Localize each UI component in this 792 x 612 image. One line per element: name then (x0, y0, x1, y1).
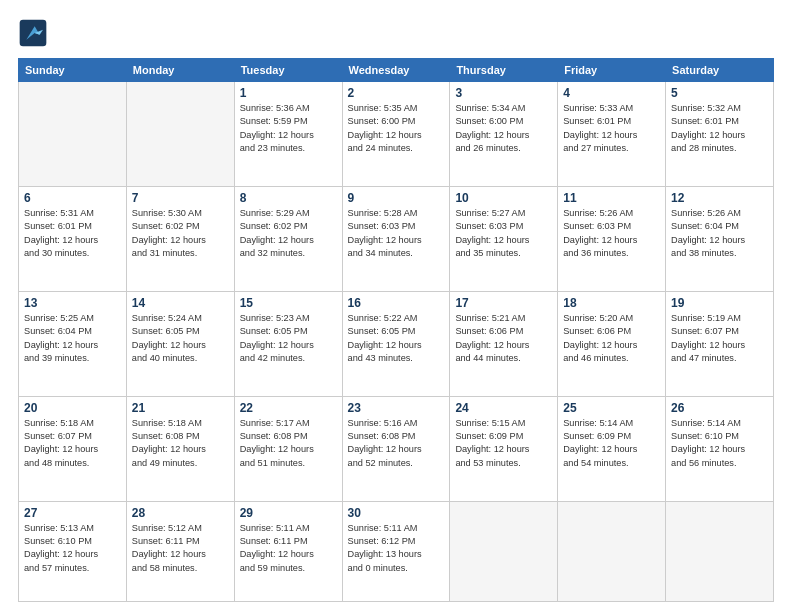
calendar-cell (126, 82, 234, 187)
day-number: 28 (132, 506, 229, 520)
day-info: Sunrise: 5:23 AMSunset: 6:05 PMDaylight:… (240, 312, 337, 365)
day-info: Sunrise: 5:18 AMSunset: 6:08 PMDaylight:… (132, 417, 229, 470)
day-number: 12 (671, 191, 768, 205)
calendar-cell: 26Sunrise: 5:14 AMSunset: 6:10 PMDayligh… (666, 396, 774, 501)
day-number: 26 (671, 401, 768, 415)
day-number: 30 (348, 506, 445, 520)
day-info: Sunrise: 5:20 AMSunset: 6:06 PMDaylight:… (563, 312, 660, 365)
day-info: Sunrise: 5:17 AMSunset: 6:08 PMDaylight:… (240, 417, 337, 470)
calendar-cell: 6Sunrise: 5:31 AMSunset: 6:01 PMDaylight… (19, 186, 127, 291)
day-number: 7 (132, 191, 229, 205)
calendar-cell: 2Sunrise: 5:35 AMSunset: 6:00 PMDaylight… (342, 82, 450, 187)
day-number: 18 (563, 296, 660, 310)
calendar-body: 1Sunrise: 5:36 AMSunset: 5:59 PMDaylight… (19, 82, 774, 602)
calendar-cell: 14Sunrise: 5:24 AMSunset: 6:05 PMDayligh… (126, 291, 234, 396)
day-info: Sunrise: 5:31 AMSunset: 6:01 PMDaylight:… (24, 207, 121, 260)
day-info: Sunrise: 5:19 AMSunset: 6:07 PMDaylight:… (671, 312, 768, 365)
day-number: 6 (24, 191, 121, 205)
day-number: 25 (563, 401, 660, 415)
weekday-header: SundayMondayTuesdayWednesdayThursdayFrid… (19, 59, 774, 82)
weekday-header-friday: Friday (558, 59, 666, 82)
calendar-cell: 17Sunrise: 5:21 AMSunset: 6:06 PMDayligh… (450, 291, 558, 396)
day-number: 3 (455, 86, 552, 100)
day-info: Sunrise: 5:18 AMSunset: 6:07 PMDaylight:… (24, 417, 121, 470)
day-info: Sunrise: 5:26 AMSunset: 6:04 PMDaylight:… (671, 207, 768, 260)
calendar: SundayMondayTuesdayWednesdayThursdayFrid… (18, 58, 774, 602)
calendar-week-0: 1Sunrise: 5:36 AMSunset: 5:59 PMDaylight… (19, 82, 774, 187)
weekday-header-sunday: Sunday (19, 59, 127, 82)
calendar-cell (558, 501, 666, 601)
calendar-week-1: 6Sunrise: 5:31 AMSunset: 6:01 PMDaylight… (19, 186, 774, 291)
calendar-cell: 12Sunrise: 5:26 AMSunset: 6:04 PMDayligh… (666, 186, 774, 291)
day-number: 11 (563, 191, 660, 205)
day-number: 21 (132, 401, 229, 415)
calendar-cell: 15Sunrise: 5:23 AMSunset: 6:05 PMDayligh… (234, 291, 342, 396)
page: SundayMondayTuesdayWednesdayThursdayFrid… (0, 0, 792, 612)
calendar-cell: 24Sunrise: 5:15 AMSunset: 6:09 PMDayligh… (450, 396, 558, 501)
calendar-cell: 22Sunrise: 5:17 AMSunset: 6:08 PMDayligh… (234, 396, 342, 501)
calendar-cell: 27Sunrise: 5:13 AMSunset: 6:10 PMDayligh… (19, 501, 127, 601)
calendar-cell: 11Sunrise: 5:26 AMSunset: 6:03 PMDayligh… (558, 186, 666, 291)
day-number: 29 (240, 506, 337, 520)
day-info: Sunrise: 5:21 AMSunset: 6:06 PMDaylight:… (455, 312, 552, 365)
day-number: 4 (563, 86, 660, 100)
calendar-cell: 29Sunrise: 5:11 AMSunset: 6:11 PMDayligh… (234, 501, 342, 601)
calendar-cell: 4Sunrise: 5:33 AMSunset: 6:01 PMDaylight… (558, 82, 666, 187)
day-number: 22 (240, 401, 337, 415)
day-number: 2 (348, 86, 445, 100)
day-number: 5 (671, 86, 768, 100)
day-number: 8 (240, 191, 337, 205)
day-info: Sunrise: 5:32 AMSunset: 6:01 PMDaylight:… (671, 102, 768, 155)
logo (18, 18, 52, 48)
day-info: Sunrise: 5:11 AMSunset: 6:11 PMDaylight:… (240, 522, 337, 575)
day-number: 1 (240, 86, 337, 100)
calendar-cell: 8Sunrise: 5:29 AMSunset: 6:02 PMDaylight… (234, 186, 342, 291)
day-info: Sunrise: 5:28 AMSunset: 6:03 PMDaylight:… (348, 207, 445, 260)
calendar-cell (666, 501, 774, 601)
day-info: Sunrise: 5:29 AMSunset: 6:02 PMDaylight:… (240, 207, 337, 260)
day-number: 27 (24, 506, 121, 520)
calendar-cell: 1Sunrise: 5:36 AMSunset: 5:59 PMDaylight… (234, 82, 342, 187)
calendar-cell (450, 501, 558, 601)
calendar-cell: 28Sunrise: 5:12 AMSunset: 6:11 PMDayligh… (126, 501, 234, 601)
calendar-cell: 30Sunrise: 5:11 AMSunset: 6:12 PMDayligh… (342, 501, 450, 601)
calendar-cell: 18Sunrise: 5:20 AMSunset: 6:06 PMDayligh… (558, 291, 666, 396)
calendar-cell: 16Sunrise: 5:22 AMSunset: 6:05 PMDayligh… (342, 291, 450, 396)
calendar-cell: 25Sunrise: 5:14 AMSunset: 6:09 PMDayligh… (558, 396, 666, 501)
calendar-cell: 3Sunrise: 5:34 AMSunset: 6:00 PMDaylight… (450, 82, 558, 187)
day-info: Sunrise: 5:22 AMSunset: 6:05 PMDaylight:… (348, 312, 445, 365)
day-info: Sunrise: 5:30 AMSunset: 6:02 PMDaylight:… (132, 207, 229, 260)
weekday-header-saturday: Saturday (666, 59, 774, 82)
day-number: 16 (348, 296, 445, 310)
calendar-week-3: 20Sunrise: 5:18 AMSunset: 6:07 PMDayligh… (19, 396, 774, 501)
calendar-cell: 5Sunrise: 5:32 AMSunset: 6:01 PMDaylight… (666, 82, 774, 187)
day-number: 20 (24, 401, 121, 415)
day-info: Sunrise: 5:15 AMSunset: 6:09 PMDaylight:… (455, 417, 552, 470)
day-number: 13 (24, 296, 121, 310)
calendar-cell: 7Sunrise: 5:30 AMSunset: 6:02 PMDaylight… (126, 186, 234, 291)
calendar-cell (19, 82, 127, 187)
day-info: Sunrise: 5:14 AMSunset: 6:10 PMDaylight:… (671, 417, 768, 470)
day-number: 23 (348, 401, 445, 415)
day-info: Sunrise: 5:16 AMSunset: 6:08 PMDaylight:… (348, 417, 445, 470)
day-info: Sunrise: 5:12 AMSunset: 6:11 PMDaylight:… (132, 522, 229, 575)
day-number: 17 (455, 296, 552, 310)
calendar-cell: 20Sunrise: 5:18 AMSunset: 6:07 PMDayligh… (19, 396, 127, 501)
calendar-week-2: 13Sunrise: 5:25 AMSunset: 6:04 PMDayligh… (19, 291, 774, 396)
weekday-header-monday: Monday (126, 59, 234, 82)
calendar-week-4: 27Sunrise: 5:13 AMSunset: 6:10 PMDayligh… (19, 501, 774, 601)
day-info: Sunrise: 5:26 AMSunset: 6:03 PMDaylight:… (563, 207, 660, 260)
day-info: Sunrise: 5:11 AMSunset: 6:12 PMDaylight:… (348, 522, 445, 575)
calendar-cell: 23Sunrise: 5:16 AMSunset: 6:08 PMDayligh… (342, 396, 450, 501)
day-info: Sunrise: 5:25 AMSunset: 6:04 PMDaylight:… (24, 312, 121, 365)
day-info: Sunrise: 5:35 AMSunset: 6:00 PMDaylight:… (348, 102, 445, 155)
day-number: 9 (348, 191, 445, 205)
logo-icon (18, 18, 48, 48)
day-number: 24 (455, 401, 552, 415)
day-info: Sunrise: 5:14 AMSunset: 6:09 PMDaylight:… (563, 417, 660, 470)
day-info: Sunrise: 5:13 AMSunset: 6:10 PMDaylight:… (24, 522, 121, 575)
day-number: 10 (455, 191, 552, 205)
calendar-cell: 10Sunrise: 5:27 AMSunset: 6:03 PMDayligh… (450, 186, 558, 291)
day-number: 15 (240, 296, 337, 310)
weekday-header-thursday: Thursday (450, 59, 558, 82)
